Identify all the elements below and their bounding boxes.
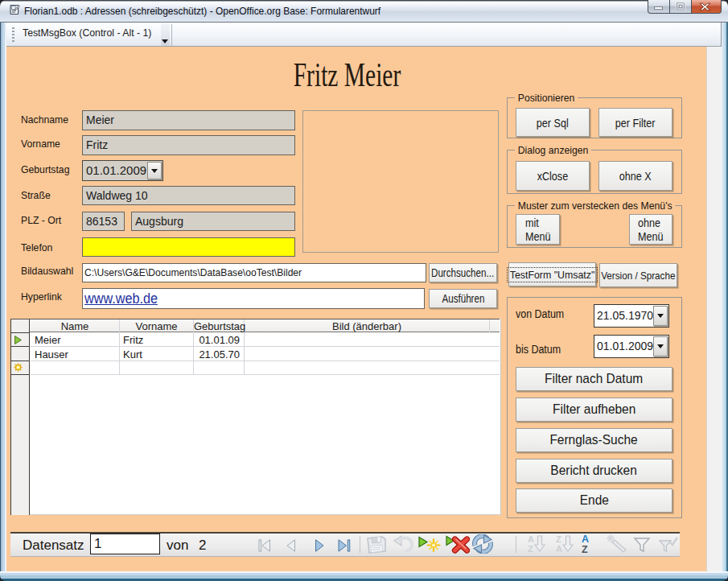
svg-text:Z: Z [582, 544, 588, 554]
svg-text:A: A [528, 534, 534, 544]
svg-text:Z: Z [556, 534, 561, 544]
svg-text:A: A [582, 534, 589, 545]
svg-text:Z: Z [528, 544, 533, 554]
svg-text:A: A [556, 544, 562, 554]
